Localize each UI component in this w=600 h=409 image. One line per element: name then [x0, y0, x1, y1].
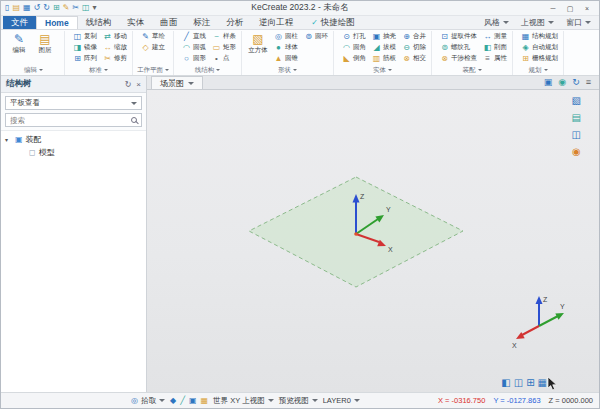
ribbon-button[interactable]: ⊡ 提取件体 [439, 31, 478, 42]
qat-icon[interactable]: ▾ [93, 4, 97, 12]
ribbon-button[interactable]: • 点 [211, 53, 237, 64]
ribbon-tab[interactable]: 曲面 [152, 16, 185, 29]
panel-header-icon[interactable]: ↻ [125, 80, 132, 89]
ribbon-button[interactable]: ⊞ 栅格规划 [520, 53, 559, 64]
ribbon-button[interactable]: ▤ 图层 [33, 31, 57, 55]
viewport-layout-icon[interactable]: ⊞ [526, 377, 534, 388]
ribbon-button[interactable]: ▧ 立方体 [246, 31, 270, 55]
view-tool-icon[interactable]: ◫ [572, 129, 581, 140]
qat-icon[interactable]: ↺ [34, 4, 41, 12]
expander-icon[interactable]: ▾ [5, 136, 12, 143]
display-mode-dropdown[interactable]: 预览视图 [279, 396, 318, 406]
ribbon-button[interactable]: ⊚ 螺纹孔 [439, 42, 478, 53]
ribbon-button[interactable]: ⊕ 合并 [401, 31, 427, 42]
ribbon-button[interactable]: ⊚ 圆环 [303, 31, 329, 42]
view-menu[interactable]: 上视图 [521, 17, 554, 28]
origin-point[interactable] [354, 232, 358, 236]
qat-icon[interactable]: ↻ [43, 4, 50, 12]
ribbon-button[interactable]: ▭ 矩形 [211, 42, 237, 53]
viewport-layout-icon[interactable]: ◫ [514, 377, 523, 388]
active-layer-dropdown[interactable]: LAYER0 [323, 396, 360, 405]
view-menu[interactable]: 风格 [484, 17, 509, 28]
selection-filter-icon[interactable]: ▣ [189, 396, 197, 405]
ribbon-button[interactable]: ○ 圆形 [181, 53, 207, 64]
ribbon-button[interactable]: ◣ 倒角 [341, 53, 367, 64]
ribbon-tab[interactable]: 标注 [185, 16, 218, 29]
ribbon-button[interactable]: ▦ 结构规划 [520, 31, 559, 42]
ribbon-group-label[interactable]: 标准 [69, 65, 128, 75]
search-input[interactable] [10, 116, 128, 125]
ribbon-button[interactable]: ~ 样条 [211, 31, 237, 42]
ribbon-tab[interactable]: 分析 [218, 16, 251, 29]
ribbon-tab[interactable]: 文件 [3, 16, 36, 29]
ribbon-button[interactable]: ◢ 拔模 [371, 42, 397, 53]
ribbon-button[interactable]: ⊗ 相交 [401, 53, 427, 64]
tree-node[interactable]: ▾ ▣ 装配 [1, 133, 146, 146]
ribbon-button[interactable]: ⊙ 打孔 [341, 31, 367, 42]
qat-icon[interactable]: ⊞ [53, 4, 60, 12]
panel-header-icon[interactable]: × [136, 80, 141, 89]
ribbon-button[interactable]: ↔ 缩放 [102, 42, 128, 53]
quick-draw-toggle[interactable]: ✓ 快捷绘图 [311, 16, 355, 29]
canvas-toolbar-icon[interactable]: ▣ [544, 77, 553, 87]
ribbon-button[interactable]: ⊗ 干涉检查 [439, 53, 478, 64]
ribbon-group-label[interactable]: 形状 [246, 65, 329, 75]
view-tool-icon[interactable]: ◉ [572, 146, 581, 157]
view-orientation-dropdown[interactable]: 世界 XY 上视图 [213, 396, 274, 406]
qat-icon[interactable]: ✂ [72, 4, 79, 12]
ribbon-tab[interactable]: 逆向工程 [251, 16, 301, 29]
viewport-layout-icon[interactable]: ▦ [538, 377, 547, 388]
window-control-button[interactable]: ─ [545, 2, 561, 15]
ribbon-button[interactable]: ⇄ 移动 [102, 31, 128, 42]
ribbon-group-label[interactable]: 编辑 [7, 65, 60, 75]
ribbon-button[interactable]: ✂ 修剪 [102, 53, 128, 64]
ribbon-group-label[interactable]: 实体 [338, 65, 427, 75]
qat-icon[interactable]: ▤ [12, 4, 20, 12]
ribbon-button[interactable]: ✎ 草绘 [140, 31, 166, 42]
ribbon-button[interactable]: ◫ 复制 [72, 31, 98, 42]
qat-icon[interactable]: ✎ [63, 4, 70, 12]
canvas-toolbar-icon[interactable]: ↻ [572, 77, 580, 87]
selection-filter-icon[interactable]: ◆ [170, 396, 176, 405]
ribbon-button[interactable]: ◧ 剖面 [482, 42, 508, 53]
ribbon-button[interactable]: ▥ 筋板 [371, 53, 397, 64]
canvas-toolbar-icon[interactable]: ≡ [586, 77, 591, 87]
selection-filter-icon[interactable]: ╱ [180, 396, 185, 405]
ribbon-button[interactable]: ◇ 建立 [140, 42, 166, 53]
ribbon-button[interactable]: ⊖ 切除 [401, 42, 427, 53]
ribbon-button[interactable]: ◠ 圆弧 [181, 42, 207, 53]
window-control-button[interactable]: × [579, 2, 595, 15]
viewport-tab[interactable]: 场景图 [151, 76, 203, 89]
viewport[interactable]: ▧ ▤ ◫ ◉ [147, 90, 599, 392]
canvas-toolbar-icon[interactable]: ◉ [558, 77, 566, 87]
tree-filter-dropdown[interactable]: 平板查看 [5, 96, 142, 110]
selection-filter-icon[interactable]: ▦ [201, 396, 209, 405]
qat-icon[interactable]: ◫ [82, 4, 90, 12]
qat-icon[interactable]: ▯ [5, 4, 9, 12]
ribbon-button[interactable]: ⊞ 阵列 [72, 53, 98, 64]
ribbon-button[interactable]: ≡ 属性 [482, 53, 508, 64]
view-menu[interactable]: 窗口 [566, 17, 591, 28]
ribbon-button[interactable]: ▲ 圆锥 [273, 53, 299, 64]
ribbon-group-label[interactable]: 装配 [436, 65, 508, 75]
qat-icon[interactable]: ▦ [23, 4, 31, 12]
tree-search-box[interactable] [5, 113, 142, 127]
window-control-button[interactable]: ▢ [562, 2, 578, 15]
ribbon-button[interactable]: ◎ 圆柱 [273, 31, 299, 42]
ribbon-tab[interactable]: 线结构 [78, 16, 120, 29]
view-tool-icon[interactable]: ▤ [572, 112, 581, 123]
pick-mode-dropdown[interactable]: ◎ 拾取 [131, 396, 165, 406]
ribbon-button[interactable]: ╱ 直线 [181, 31, 207, 42]
ribbon-group-label[interactable]: 规划 [517, 65, 559, 75]
ribbon-button[interactable]: ↔ 测量 [482, 31, 508, 42]
ribbon-button[interactable]: ◠ 圆角 [341, 42, 367, 53]
ribbon-button[interactable]: ▣ 抽壳 [371, 31, 397, 42]
ribbon-button[interactable]: ✎ 编辑 [7, 31, 31, 55]
ribbon-button[interactable]: ● 球体 [273, 42, 299, 53]
ribbon-tab[interactable]: Home [36, 16, 78, 29]
tree-node[interactable]: ◻ 模型 [1, 146, 146, 159]
ribbon-group-label[interactable]: 线结构 [178, 65, 237, 75]
ribbon-button[interactable]: ◈ 自动规划 [520, 42, 559, 53]
ribbon-button[interactable]: ◨ 镜像 [72, 42, 98, 53]
view-tool-icon[interactable]: ▧ [572, 95, 581, 106]
